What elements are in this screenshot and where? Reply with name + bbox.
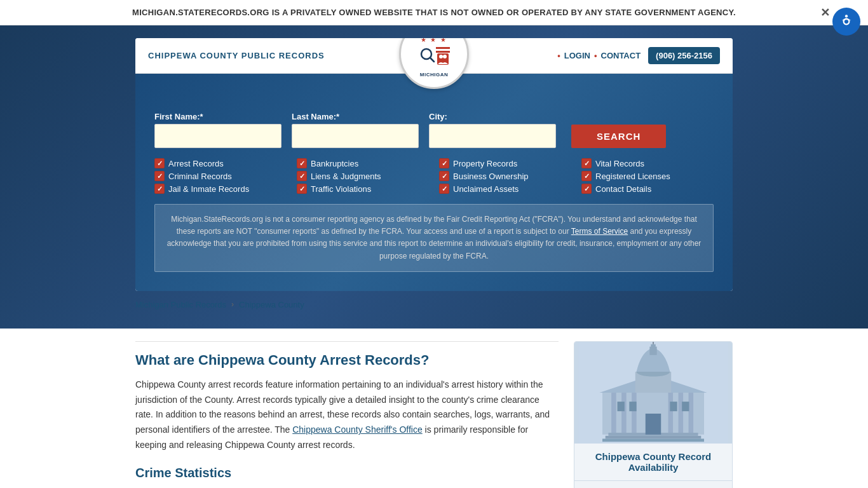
checkbox-label-unclaimed: Unclaimed Assets xyxy=(453,184,519,194)
checkbox-label-contact: Contact Details xyxy=(595,184,651,194)
checkbox-label-bankruptcies: Bankruptcies xyxy=(311,159,358,168)
checkbox-label-liens: Liens & Judgments xyxy=(311,172,381,181)
checkbox-liens[interactable]: Liens & Judgments xyxy=(297,171,429,181)
checkbox-icon-criminal xyxy=(154,171,165,181)
article-title: What are Chippewa County Arrest Records? xyxy=(135,352,559,369)
svg-rect-26 xyxy=(629,402,636,411)
svg-rect-27 xyxy=(670,402,677,411)
breadcrumb-home[interactable]: Michigan Public Records xyxy=(135,300,226,309)
first-name-input[interactable] xyxy=(154,124,281,148)
header-card: CHIPPEWA COUNTY PUBLIC RECORDS STATE REC… xyxy=(135,38,733,291)
checkbox-label-licenses: Registered Licenses xyxy=(595,172,670,181)
svg-rect-12 xyxy=(632,390,637,435)
checkbox-label-criminal: Criminal Records xyxy=(168,172,232,181)
building-image xyxy=(574,342,732,444)
last-name-label: Last Name:* xyxy=(292,112,419,121)
accessibility-button[interactable] xyxy=(832,8,860,36)
sidebar: Chippewa County Record Availability Loca… xyxy=(574,341,733,488)
svg-rect-29 xyxy=(646,414,661,435)
checkbox-icon-bankruptcies xyxy=(297,158,307,168)
city-input[interactable] xyxy=(429,124,556,148)
breadcrumb-separator: › xyxy=(231,300,234,309)
svg-rect-28 xyxy=(682,402,689,411)
contact-link[interactable]: CONTACT xyxy=(601,51,641,60)
banner-text: MICHIGAN.STATERECORDS.ORG IS A PRIVATELY… xyxy=(132,8,736,17)
main-content: What are Chippewa County Arrest Records?… xyxy=(135,341,559,488)
checkbox-unclaimed[interactable]: Unclaimed Assets xyxy=(439,184,571,194)
last-name-input[interactable] xyxy=(292,124,419,148)
svg-rect-13 xyxy=(668,390,674,435)
checkbox-icon-jail xyxy=(154,184,165,194)
checkbox-icon-property xyxy=(439,158,449,168)
checkbox-vital-records[interactable]: Vital Records xyxy=(581,158,714,168)
checkbox-icon-licenses xyxy=(581,171,592,181)
logo-area: STATE RECORDS ★ ★ ★ xyxy=(399,38,469,89)
checkbox-icon-vital xyxy=(581,158,592,168)
checkbox-label-arrest: Arrest Records xyxy=(168,159,224,168)
city-label: City: xyxy=(429,112,556,121)
checkbox-label-business: Business Ownership xyxy=(453,172,529,181)
svg-point-6 xyxy=(439,55,443,58)
checkbox-label-traffic: Traffic Violations xyxy=(311,184,371,194)
sheriff-office-link[interactable]: Chippewa County Sheriff's Office xyxy=(292,424,422,435)
svg-rect-10 xyxy=(611,390,616,435)
checkbox-traffic[interactable]: Traffic Violations xyxy=(297,184,429,194)
checkboxes-grid: Arrest Records Bankruptcies Property Rec… xyxy=(154,158,714,194)
checkbox-jail[interactable]: Jail & Inmate Records xyxy=(154,184,287,194)
svg-line-2 xyxy=(430,58,434,62)
svg-rect-24 xyxy=(602,438,704,442)
login-link[interactable]: LOGIN xyxy=(564,51,590,60)
logo-state: MICHIGAN xyxy=(410,72,458,78)
svg-point-7 xyxy=(443,55,447,58)
svg-point-0 xyxy=(845,15,848,17)
checkbox-label-vital: Vital Records xyxy=(595,159,644,168)
disclaimer: Michigan.StateRecords.org is not a consu… xyxy=(154,204,714,272)
svg-rect-20 xyxy=(651,344,656,348)
checkbox-icon-arrest xyxy=(154,158,165,168)
breadcrumb-current: Chippewa County xyxy=(239,300,304,309)
header-top: CHIPPEWA COUNTY PUBLIC RECORDS STATE REC… xyxy=(135,38,733,74)
banner: MICHIGAN.STATERECORDS.ORG IS A PRIVATELY… xyxy=(0,0,868,25)
checkbox-icon-contact xyxy=(581,184,592,194)
checkbox-icon-traffic xyxy=(297,184,307,194)
sidebar-card: Chippewa County Record Availability Loca… xyxy=(574,341,733,488)
checkbox-label-property: Property Records xyxy=(453,159,517,168)
checkbox-icon-liens xyxy=(297,171,307,181)
nav-dot-2: • xyxy=(594,51,597,60)
crime-stats-title: Crime Statistics xyxy=(135,466,559,480)
sidebar-card-subtitle: Located in the upper peninsula of xyxy=(574,481,732,488)
sidebar-card-title: Chippewa County Record Availability xyxy=(574,444,732,481)
svg-rect-11 xyxy=(621,390,627,435)
logo-stars: ★ ★ ★ xyxy=(410,38,458,43)
content-area: What are Chippewa County Arrest Records?… xyxy=(135,329,733,488)
close-banner-button[interactable]: ✕ xyxy=(820,6,830,20)
checkbox-property-records[interactable]: Property Records xyxy=(439,158,571,168)
checkbox-bankruptcies[interactable]: Bankruptcies xyxy=(297,158,429,168)
first-name-label: First Name:* xyxy=(154,112,281,121)
header-nav: • LOGIN • CONTACT (906) 256-2156 xyxy=(557,47,720,64)
search-button[interactable]: SEARCH xyxy=(571,125,666,148)
svg-rect-14 xyxy=(679,390,684,435)
nav-dot-1: • xyxy=(557,51,560,60)
search-area: First Name:* Last Name:* City: SEARCH xyxy=(135,74,733,291)
checkbox-business[interactable]: Business Ownership xyxy=(439,171,571,181)
checkbox-label-jail: Jail & Inmate Records xyxy=(168,184,249,194)
checkbox-icon-business xyxy=(439,171,449,181)
checkbox-criminal-records[interactable]: Criminal Records xyxy=(154,171,287,181)
logo-circle: STATE RECORDS ★ ★ ★ xyxy=(399,38,469,89)
checkbox-arrest-records[interactable]: Arrest Records xyxy=(154,158,287,168)
svg-rect-15 xyxy=(689,390,694,435)
checkbox-contact[interactable]: Contact Details xyxy=(581,184,714,194)
phone-button[interactable]: (906) 256-2156 xyxy=(648,47,720,64)
search-fields: First Name:* Last Name:* City: SEARCH xyxy=(154,112,714,148)
svg-rect-4 xyxy=(436,51,450,53)
terms-of-service-link[interactable]: Terms of Service xyxy=(571,227,628,236)
article-body: Chippewa County arrest records feature i… xyxy=(135,377,559,453)
checkbox-icon-unclaimed xyxy=(439,184,449,194)
main-wrapper: CHIPPEWA COUNTY PUBLIC RECORDS STATE REC… xyxy=(0,25,868,329)
svg-rect-25 xyxy=(618,402,625,411)
svg-rect-3 xyxy=(436,47,450,49)
site-title: CHIPPEWA COUNTY PUBLIC RECORDS xyxy=(148,51,325,60)
checkbox-registered-licenses[interactable]: Registered Licenses xyxy=(581,171,714,181)
svg-rect-19 xyxy=(649,346,656,355)
